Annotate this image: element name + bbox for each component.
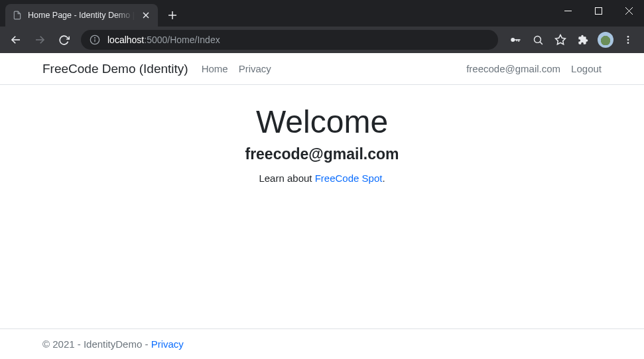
titlebar: Home Page - Identity Demo | FreeCode	[0, 0, 644, 27]
url-text: localhost:5000/Home/Index	[107, 35, 220, 45]
url-path: :5000/Home/Index	[144, 35, 220, 45]
brand[interactable]: FreeCode Demo (Identity)	[42, 62, 188, 76]
logout-link[interactable]: Logout	[571, 63, 602, 74]
window-controls	[552, 0, 644, 21]
reload-button[interactable]	[53, 29, 74, 50]
learn-suffix: .	[382, 173, 385, 184]
svg-rect-5	[595, 7, 602, 14]
menu-icon[interactable]	[617, 29, 639, 50]
svg-point-17	[534, 36, 541, 42]
file-icon	[12, 10, 23, 21]
nav-user-email[interactable]: freecode@gmail.com	[466, 63, 560, 74]
svg-point-13	[511, 38, 515, 42]
forward-button[interactable]	[29, 29, 50, 50]
address-bar[interactable]: localhost:5000/Home/Index	[81, 30, 498, 50]
extensions-icon[interactable]	[572, 29, 594, 50]
welcome-heading: Welcome	[0, 104, 644, 140]
info-icon[interactable]	[89, 34, 101, 46]
browser-tab[interactable]: Home Page - Identity Demo | FreeCode	[5, 4, 158, 27]
back-button[interactable]	[5, 29, 27, 50]
svg-rect-16	[517, 39, 518, 41]
svg-point-22	[627, 42, 629, 44]
main-content: Welcome freecode@gmail.com Learn about F…	[0, 85, 644, 328]
nav-home[interactable]: Home	[202, 63, 228, 74]
svg-point-21	[627, 39, 629, 41]
close-window-button[interactable]	[613, 0, 644, 21]
footer-text: © 2021 - IdentityDemo -	[42, 338, 151, 350]
browser-chrome: Home Page - Identity Demo | FreeCode	[0, 0, 644, 53]
footer-privacy-link[interactable]: Privacy	[151, 338, 184, 350]
star-icon[interactable]	[550, 29, 571, 50]
toolbar-right	[505, 29, 639, 50]
svg-line-18	[539, 41, 542, 44]
learn-text: Learn about FreeCode Spot.	[0, 173, 644, 184]
footer: © 2021 - IdentityDemo - Privacy	[0, 328, 644, 359]
maximize-button[interactable]	[583, 0, 613, 21]
browser-toolbar: localhost:5000/Home/Index	[0, 27, 644, 53]
tab-title: Home Page - Identity Demo | FreeCode	[28, 11, 135, 20]
new-tab-button[interactable]	[163, 6, 182, 25]
svg-marker-19	[556, 35, 566, 44]
svg-rect-15	[519, 39, 520, 42]
svg-point-12	[95, 38, 96, 38]
url-host: localhost	[107, 35, 144, 45]
svg-point-20	[627, 36, 629, 38]
learn-prefix: Learn about	[259, 173, 314, 184]
site-navbar: FreeCode Demo (Identity) Home Privacy fr…	[0, 53, 644, 85]
zoom-icon[interactable]	[527, 29, 548, 50]
nav-privacy[interactable]: Privacy	[239, 63, 271, 74]
profile-avatar[interactable]	[598, 32, 613, 48]
freecode-spot-link[interactable]: FreeCode Spot	[315, 173, 383, 184]
page-content: FreeCode Demo (Identity) Home Privacy fr…	[0, 53, 644, 359]
minimize-button[interactable]	[552, 0, 583, 21]
key-icon[interactable]	[505, 29, 526, 50]
close-icon[interactable]	[141, 10, 151, 21]
user-email-heading: freecode@gmail.com	[0, 145, 644, 163]
